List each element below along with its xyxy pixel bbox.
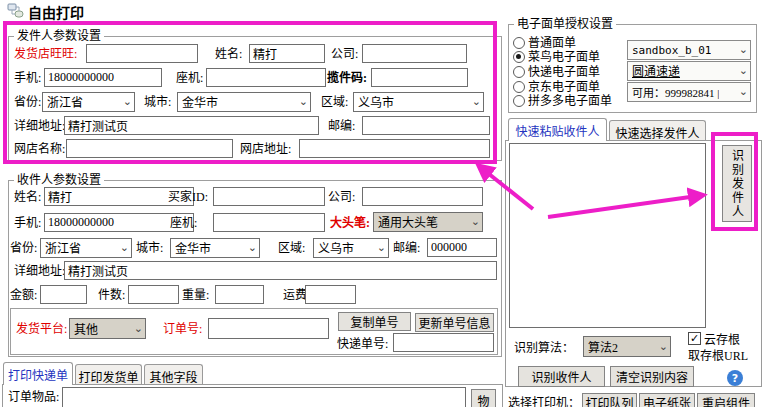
radio-normal-waybill[interactable] <box>513 37 525 49</box>
chevron-down-icon: ⌄ <box>739 87 748 97</box>
tab-print-express[interactable]: 打印快递单 <box>3 362 73 385</box>
sender-shop-url-input[interactable] <box>299 139 490 158</box>
radio-cainiao-waybill-label[interactable]: 菜鸟电子面单 <box>528 50 600 65</box>
radio-pdd-waybill-label[interactable]: 拼多多电子面单 <box>528 94 612 109</box>
recipient-buyer-id-input[interactable] <box>213 187 325 206</box>
algorithm-select[interactable]: 算法2⌄ <box>583 336 671 357</box>
sender-shop-url-label: 网店地址: <box>240 142 291 157</box>
sender-shop-name-input[interactable] <box>66 139 233 158</box>
order-items-textarea[interactable] <box>62 387 466 407</box>
recipient-amount-input[interactable] <box>40 285 87 304</box>
recognize-recipient-button[interactable]: 识别收件人 <box>518 366 605 387</box>
restart-component-button[interactable]: 重启组件 <box>697 393 755 407</box>
chevron-down-icon: ⌄ <box>659 342 668 352</box>
recipient-district-label: 区域: <box>278 241 305 256</box>
tab-paste-recipient[interactable]: 快速粘贴收件人 <box>508 118 607 141</box>
clear-recognition-button[interactable]: 清空识别内容 <box>610 366 694 387</box>
sender-pickup-code-input[interactable] <box>371 68 468 87</box>
recipient-quantity-input[interactable] <box>128 285 179 304</box>
tab-select-sender[interactable]: 快速选择发件人 <box>609 120 706 140</box>
copy-order-button[interactable]: 复制单号 <box>338 312 411 331</box>
recipient-weight-input[interactable] <box>215 285 264 304</box>
recipient-datoubi-label: 大头笔: <box>330 216 370 231</box>
sender-legend: 发件人参数设置 <box>14 29 104 43</box>
tracking-no-input[interactable] <box>393 333 494 352</box>
sender-mobile-input[interactable] <box>44 68 162 87</box>
radio-normal-waybill-label[interactable]: 普通面单 <box>528 36 576 51</box>
quota-select[interactable]: 可用：999982841 |⌄ <box>627 82 751 102</box>
sender-name-label: 姓名: <box>215 47 242 62</box>
chevron-down-icon: ⌄ <box>120 243 129 253</box>
sender-province-label: 省份: <box>14 95 41 110</box>
cloud-receipt-checkbox[interactable]: ✓ <box>688 332 701 345</box>
sender-company-input[interactable] <box>362 44 467 63</box>
chevron-down-icon: ⌄ <box>123 97 132 107</box>
sender-address-input[interactable] <box>64 116 319 135</box>
platform-label: 发货平台: <box>16 322 67 337</box>
recipient-company-input[interactable] <box>362 187 483 206</box>
help-icon[interactable]: ? <box>727 370 743 386</box>
ewaybill-legend: 电子面单授权设置 <box>514 17 616 31</box>
chevron-down-icon: ⌄ <box>739 66 748 76</box>
chevron-down-icon: ⌄ <box>471 217 480 227</box>
recipient-address-label: 详细地址: <box>14 264 65 279</box>
sender-landline-label: 座机: <box>176 71 203 86</box>
recipient-city-label: 城市: <box>136 241 163 256</box>
recipient-city-select[interactable]: 金华市⌄ <box>170 238 260 258</box>
sender-zipcode-label: 邮编: <box>328 119 355 134</box>
tab-other-fields[interactable]: 其他字段 <box>144 364 203 384</box>
cloud-receipt-label-line2[interactable]: 取存根URL <box>688 349 748 364</box>
recipient-mobile-label: 手机: <box>14 216 41 231</box>
recipient-zipcode-input[interactable] <box>427 238 497 257</box>
update-order-button[interactable]: 更新单号信息 <box>415 313 494 332</box>
radio-express-waybill-label[interactable]: 快递电子面单 <box>528 65 600 80</box>
recognize-sender-button[interactable]: 识别发件人 <box>722 145 752 222</box>
order-no-input[interactable] <box>208 318 329 339</box>
radio-jd-waybill[interactable] <box>513 81 525 93</box>
window-title: 自由打印 <box>28 2 84 22</box>
radio-jd-waybill-label[interactable]: 京东电子面单 <box>528 80 600 95</box>
recipient-district-select[interactable]: 义乌市⌄ <box>313 238 389 258</box>
recipient-legend: 收件人参数设置 <box>14 173 104 187</box>
order-items-label: 订单物品: <box>8 390 59 405</box>
recipient-amount-label: 金额: <box>10 288 37 303</box>
electronic-paper-button[interactable]: 电子纸张 <box>639 393 695 407</box>
sender-landline-input[interactable] <box>206 68 326 87</box>
radio-pdd-waybill[interactable] <box>513 95 525 107</box>
sender-province-select[interactable]: 浙江省⌄ <box>42 92 135 112</box>
recipient-province-select[interactable]: 浙江省⌄ <box>40 238 132 258</box>
tracking-no-label: 快递单号: <box>337 337 388 352</box>
check-icon: ✓ <box>690 333 699 344</box>
cloud-receipt-label-line1[interactable]: 云存根 <box>704 333 740 348</box>
sender-name-input[interactable] <box>249 44 325 63</box>
chevron-down-icon: ⌄ <box>472 97 481 107</box>
recipient-landline-input[interactable] <box>213 213 325 232</box>
sender-wangwang-input[interactable] <box>86 44 198 63</box>
recipient-address-input[interactable] <box>64 261 497 280</box>
chevron-down-icon: ⌄ <box>377 243 386 253</box>
courier-select[interactable]: 圆通速递⌄ <box>627 61 751 81</box>
account-select[interactable]: sandbox_b_01⌄ <box>627 40 751 60</box>
platform-select[interactable]: 其他⌄ <box>69 318 146 339</box>
sender-zipcode-input[interactable] <box>362 116 490 135</box>
sender-address-label: 详细地址: <box>14 119 65 134</box>
recipient-company-label: 公司: <box>328 190 355 205</box>
paste-textarea[interactable] <box>509 143 706 328</box>
recipient-province-label: 省份: <box>10 241 37 256</box>
sender-company-label: 公司: <box>331 47 358 62</box>
radio-cainiao-waybill[interactable] <box>513 51 525 63</box>
sender-district-label: 区域: <box>321 95 348 110</box>
recipient-freight-input[interactable] <box>305 285 356 304</box>
radio-express-waybill[interactable] <box>513 66 525 78</box>
recipient-datoubi-select[interactable]: 通用大头笔⌄ <box>373 212 483 232</box>
item-template-button[interactable]: 物 <box>471 389 496 407</box>
sender-city-select[interactable]: 金华市⌄ <box>177 92 311 112</box>
app-window: 自由打印 发件人参数设置 发货店旺旺: 姓名: 公司: 手机: 座机: 揽件码:… <box>0 0 765 407</box>
recipient-landline-label: 座机: <box>170 216 197 231</box>
order-no-label: 订单号: <box>163 322 202 337</box>
app-icon <box>7 3 25 19</box>
tab-print-invoice[interactable]: 打印发货单 <box>75 364 142 384</box>
sender-district-select[interactable]: 义乌市⌄ <box>353 92 484 112</box>
chevron-down-icon: ⌄ <box>248 243 257 253</box>
print-queue-button[interactable]: 打印队列 <box>582 393 637 407</box>
